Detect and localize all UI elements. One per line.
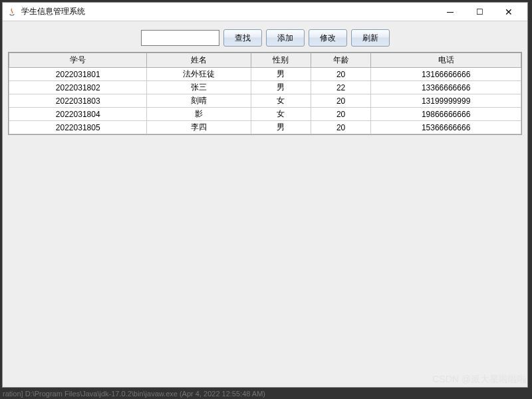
col-gender[interactable]: 性别 (251, 53, 311, 68)
cell-id[interactable]: 2022031801 (9, 68, 147, 81)
student-table: 学号 姓名 性别 年龄 电话 2022031801法外狂徒男2013166666… (9, 53, 521, 134)
toolbar: 查找 添加 修改 刷新 (8, 27, 522, 52)
cell-gender[interactable]: 女 (251, 108, 311, 121)
cell-name[interactable]: 刻晴 (147, 94, 251, 108)
table-container: 学号 姓名 性别 年龄 电话 2022031801法外狂徒男2013166666… (8, 52, 522, 135)
cell-gender[interactable]: 女 (251, 94, 311, 108)
app-window: 学生信息管理系统 ─ ☐ ✕ 查找 添加 修改 刷新 学号 姓名 性别 年龄 (2, 2, 528, 388)
content-area: 查找 添加 修改 刷新 学号 姓名 性别 年龄 电话 2022031801法外狂… (3, 21, 527, 387)
table-row[interactable]: 2022031803刻晴女2013199999999 (9, 94, 521, 108)
cell-id[interactable]: 2022031804 (9, 108, 147, 121)
window-controls: ─ ☐ ✕ (436, 3, 523, 21)
table-header-row: 学号 姓名 性别 年龄 电话 (9, 53, 521, 68)
cell-gender[interactable]: 男 (251, 121, 311, 134)
cell-phone[interactable]: 13199999999 (371, 94, 521, 108)
cell-name[interactable]: 影 (147, 108, 251, 121)
cell-gender[interactable]: 男 (251, 81, 311, 94)
cell-phone[interactable]: 13166666666 (371, 68, 521, 81)
table-row[interactable]: 2022031802张三男2213366666666 (9, 81, 521, 94)
col-age[interactable]: 年龄 (311, 53, 370, 68)
col-id[interactable]: 学号 (9, 53, 147, 68)
maximize-button[interactable]: ☐ (465, 3, 494, 21)
cell-id[interactable]: 2022031803 (9, 94, 147, 108)
search-button[interactable]: 查找 (223, 29, 262, 47)
table-row[interactable]: 2022031801法外狂徒男2013166666666 (9, 68, 521, 81)
close-button[interactable]: ✕ (494, 3, 523, 21)
table-row[interactable]: 2022031805李四男2015366666666 (9, 121, 521, 134)
col-phone[interactable]: 电话 (371, 53, 521, 68)
titlebar: 学生信息管理系统 ─ ☐ ✕ (3, 3, 527, 21)
cell-age[interactable]: 22 (311, 81, 370, 94)
cell-age[interactable]: 20 (311, 121, 370, 134)
window-title: 学生信息管理系统 (21, 6, 436, 17)
cell-name[interactable]: 李四 (147, 121, 251, 134)
minimize-button[interactable]: ─ (436, 3, 465, 21)
cell-id[interactable]: 2022031805 (9, 121, 147, 134)
col-name[interactable]: 姓名 (147, 53, 251, 68)
cell-phone[interactable]: 19866666666 (371, 108, 521, 121)
add-button[interactable]: 添加 (266, 29, 305, 47)
search-input[interactable] (141, 30, 219, 46)
java-icon (7, 7, 17, 17)
cell-age[interactable]: 20 (311, 94, 370, 108)
cell-age[interactable]: 20 (311, 108, 370, 121)
cell-name[interactable]: 张三 (147, 81, 251, 94)
cell-gender[interactable]: 男 (251, 68, 311, 81)
cell-name[interactable]: 法外狂徒 (147, 68, 251, 81)
cell-phone[interactable]: 15366666666 (371, 121, 521, 134)
cell-id[interactable]: 2022031802 (9, 81, 147, 94)
footer-status: ration] D:\Program Files\Java\jdk-17.0.2… (3, 390, 528, 398)
table-row[interactable]: 2022031804影女2019866666666 (9, 108, 521, 121)
cell-phone[interactable]: 13366666666 (371, 81, 521, 94)
edit-button[interactable]: 修改 (309, 29, 347, 47)
refresh-button[interactable]: 刷新 (351, 29, 390, 47)
cell-age[interactable]: 20 (311, 68, 370, 81)
